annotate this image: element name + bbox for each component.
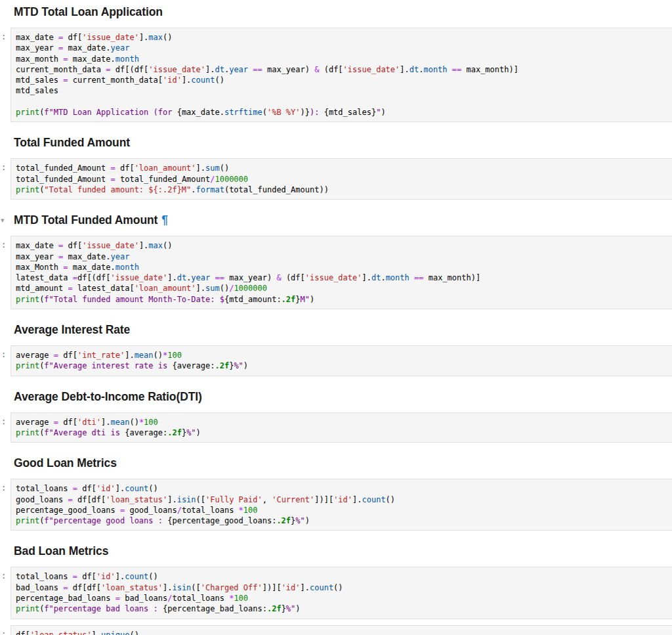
code-line: max_date = df['issue_date'].max() <box>16 32 667 43</box>
cell-prompt: : <box>0 479 10 531</box>
code-line: mtd_amount = latest_data['loan_amount'].… <box>16 283 667 294</box>
code-line: print(f"percentage bad loans : {percenta… <box>16 603 667 614</box>
code-line: total_funded_Amount = df['loan_amount'].… <box>16 163 667 173</box>
code-line: good_loans = df[df['loan_status'].isin([… <box>16 494 667 505</box>
code-line: print(f"Total funded amount Month-To-Dat… <box>16 294 667 305</box>
code-line: max_Month = max_date.month <box>16 262 667 273</box>
code-editor[interactable]: total_loans = df['id'].count()good_loans… <box>10 479 672 531</box>
markdown-heading: MTD Total Loan Application <box>0 5 672 18</box>
heading-text: Good Loan Metrics <box>14 456 117 470</box>
code-line: mtd_sales = current_month_data['id'].cou… <box>16 75 667 85</box>
code-editor[interactable]: average = df['int_rate'].mean()*100print… <box>10 345 672 376</box>
code-line: print("Total funded amount: ${:.2f}M".fo… <box>16 185 667 195</box>
cell-prompt: : <box>0 28 10 122</box>
code-editor[interactable]: average = df['dti'].mean()*100print(f"Av… <box>10 412 672 443</box>
code-line: total_loans = df['id'].count() <box>16 571 667 582</box>
code-editor[interactable]: total_loans = df['id'].count()bad_loans … <box>10 567 672 619</box>
cell-prompt: : <box>0 158 10 200</box>
code-cell[interactable]: :average = df['int_rate'].mean()*100prin… <box>0 345 672 376</box>
code-line: max_year = max_date.year <box>16 43 667 53</box>
code-line: print(f"Average dti is {average:.2f}%") <box>16 427 667 438</box>
markdown-heading: Good Loan Metrics <box>0 456 672 470</box>
code-line: average = df['dti'].mean()*100 <box>16 417 667 427</box>
heading-text: Total Funded Amount <box>14 136 130 149</box>
markdown-heading: Total Funded Amount <box>0 136 672 149</box>
code-line: print(f"percentage good loans : {percent… <box>16 515 667 526</box>
code-cell[interactable]: :average = df['dti'].mean()*100print(f"A… <box>0 412 672 443</box>
code-line: mtd_sales <box>16 85 667 96</box>
code-cell[interactable]: :total_loans = df['id'].count()good_loan… <box>0 479 672 531</box>
heading-anchor-pilcrow[interactable]: ¶ <box>161 213 168 227</box>
code-cell[interactable]: :total_loans = df['id'].count()bad_loans… <box>0 567 672 619</box>
code-line: df['loan_status'].unique() <box>16 630 667 635</box>
heading-text: MTD Total Loan Application <box>14 5 163 18</box>
cell-prompt: : <box>0 345 10 376</box>
code-line: percentage_bad_loans = bad_loans/total_l… <box>16 593 667 603</box>
code-line: total_funded_Amount = total_funded_Amoun… <box>16 174 667 185</box>
cell-prompt: : <box>0 412 10 443</box>
heading-text: MTD Total Funded Amount <box>14 213 158 227</box>
cell-prompt: : <box>0 567 10 619</box>
code-line: bad_loans = df[df['loan_status'].isin(['… <box>16 582 667 593</box>
code-line: max_month = max_date.month <box>16 54 667 64</box>
code-editor[interactable]: max_date = df['issue_date'].max()max_yea… <box>10 28 672 122</box>
notebook: MTD Total Loan Application:max_date = df… <box>0 0 672 635</box>
heading-collapse-chevron-icon[interactable]: ▾ <box>1 217 4 224</box>
code-editor[interactable]: df['loan_status'].unique() <box>10 625 672 635</box>
cell-prompt: : <box>0 236 10 309</box>
code-line: latest_data =df[(df['issue_date'].dt.yea… <box>16 273 667 283</box>
code-editor[interactable]: total_funded_Amount = df['loan_amount'].… <box>10 158 672 200</box>
code-line: percentage_good_loans = good_loans/total… <box>16 505 667 515</box>
code-line: average = df['int_rate'].mean()*100 <box>16 350 667 361</box>
heading-text: Bad Loan Metrics <box>14 544 108 558</box>
code-cell[interactable]: :max_date = df['issue_date'].max()max_ye… <box>0 236 672 309</box>
code-line: current_month_data = df[(df['issue_date'… <box>16 64 667 75</box>
markdown-heading: Average Interest Rate <box>0 323 672 336</box>
markdown-heading: ▾MTD Total Funded Amount¶ <box>0 213 672 227</box>
heading-text: Average Interest Rate <box>14 323 130 336</box>
code-line: max_year = max_date.year <box>16 252 667 262</box>
code-cell[interactable]: :max_date = df['issue_date'].max()max_ye… <box>0 28 672 122</box>
markdown-heading: Average Debt-to-Income Ratio(DTI) <box>0 390 672 403</box>
code-line: total_loans = df['id'].count() <box>16 483 667 494</box>
code-cell[interactable]: :total_funded_Amount = df['loan_amount']… <box>0 158 672 200</box>
code-cell[interactable]: :df['loan_status'].unique() <box>0 625 672 635</box>
code-line: print(f"Average interest rate is {averag… <box>16 361 667 371</box>
code-line: print(f"MTD Loan Application (for {max_d… <box>16 107 667 118</box>
code-editor[interactable]: max_date = df['issue_date'].max()max_yea… <box>10 236 672 309</box>
code-line: max_date = df['issue_date'].max() <box>16 240 667 251</box>
cell-prompt: : <box>0 625 10 635</box>
code-line <box>16 97 667 107</box>
heading-text: Average Debt-to-Income Ratio(DTI) <box>14 390 202 403</box>
markdown-heading: Bad Loan Metrics <box>0 544 672 558</box>
